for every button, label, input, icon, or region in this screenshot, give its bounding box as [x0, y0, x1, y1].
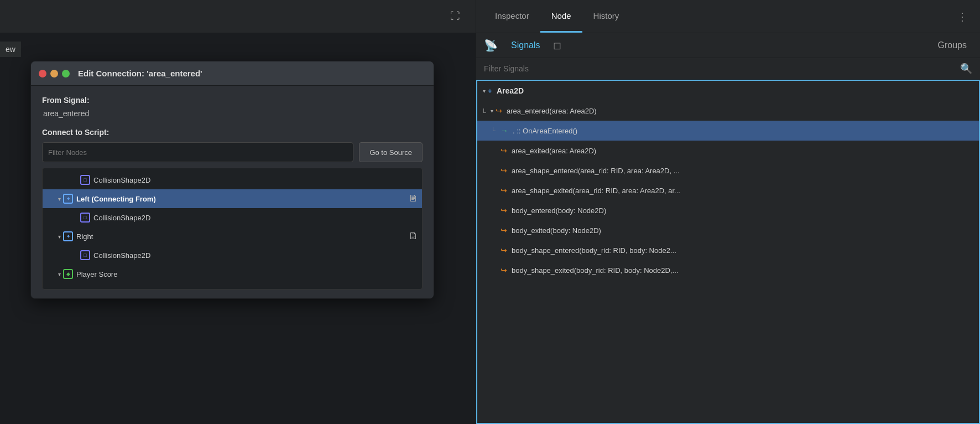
- tree-arrow: ▾: [58, 196, 61, 202]
- collision-icon: □: [80, 175, 90, 185]
- groups-tab-label[interactable]: Groups: [938, 40, 967, 50]
- view-label: ew: [0, 42, 21, 57]
- tab-history[interactable]: History: [582, 0, 630, 33]
- stree-item-body-exited[interactable]: ↪ body_exited(body: Node2D): [477, 220, 979, 240]
- stree-item-area-shape-exited[interactable]: ↪ area_shape_exited(area_rid: RID, area:…: [477, 180, 979, 200]
- stree-label: area_entered(area: Area2D): [507, 107, 597, 115]
- minimize-button[interactable]: [50, 70, 58, 77]
- tree-item[interactable]: □ CollisionShape2D: [43, 170, 422, 189]
- left-area: ew ⛶ Edit Connection: 'area_entered' Fro…: [0, 0, 476, 424]
- tree-item-label: Player Score: [76, 270, 117, 278]
- stree-label: body_shape_exited(body_rid: RID, body: N…: [512, 266, 678, 275]
- signal-icon: ↪: [501, 226, 507, 235]
- tree-item-player-score[interactable]: ▾ ◆ Player Score: [43, 265, 422, 283]
- stree-label: body_entered(body: Node2D): [512, 206, 606, 215]
- signal-tree: ▾ ⌖ Area2D L ▾ ↪ area_entered(area: Area…: [476, 80, 980, 424]
- green-node-icon: ◆: [63, 269, 73, 279]
- stree-label: body_shape_entered(body_rid: RID, body: …: [512, 246, 676, 255]
- panel-header: Inspector Node History ⋮: [476, 0, 980, 33]
- area2d-icon: ⌖: [63, 231, 73, 241]
- filter-signals-row: 🔍: [476, 58, 980, 80]
- tree-item-label: CollisionShape2D: [93, 214, 150, 222]
- stree-item-body-shape-exited[interactable]: ↪ body_shape_exited(body_rid: RID, body:…: [477, 260, 979, 280]
- connect-to-script-label: Connect to Script:: [42, 128, 423, 137]
- tree-item[interactable]: □ CollisionShape2D: [43, 208, 422, 227]
- from-signal-label: From Signal:: [42, 96, 423, 105]
- script-icon: 🖹: [409, 231, 418, 241]
- dots-menu-icon[interactable]: ⋮: [952, 10, 972, 23]
- filter-nodes-input[interactable]: [42, 142, 353, 162]
- groups-icon: ◻: [553, 39, 561, 51]
- right-panel: Inspector Node History ⋮ 📡 Signals ◻ Gro…: [476, 0, 980, 424]
- stree-item-area-shape-entered[interactable]: ↪ area_shape_entered(area_rid: RID, area…: [477, 161, 979, 180]
- tree-arrow: ▾: [58, 271, 61, 277]
- stree-label: body_exited(body: Node2D): [512, 226, 601, 235]
- goto-source-button[interactable]: Go to Source: [359, 142, 423, 162]
- stree-item-body-shape-entered[interactable]: ↪ body_shape_entered(body_rid: RID, body…: [477, 240, 979, 260]
- tree-item-label: Left (Connecting From): [76, 195, 156, 203]
- dialog-titlebar: Edit Connection: 'area_entered': [31, 61, 434, 86]
- expand-icon[interactable]: ⛶: [450, 11, 460, 22]
- tree-arrow: ▾: [58, 234, 61, 240]
- signal-icon: ↪: [501, 246, 507, 255]
- area2d-icon: ⌖: [63, 194, 73, 204]
- collision-icon: □: [80, 213, 90, 223]
- signal-icon: ↪: [501, 206, 507, 215]
- stree-label: area_shape_exited(area_rid: RID, area: A…: [512, 187, 680, 195]
- tree-item[interactable]: □ CollisionShape2D: [43, 246, 422, 265]
- search-icon[interactable]: 🔍: [960, 63, 972, 75]
- area2d-node-icon: ⌖: [488, 86, 492, 96]
- stree-item-body-entered[interactable]: ↪ body_entered(body: Node2D): [477, 200, 979, 220]
- rss-icon: 📡: [484, 39, 498, 52]
- stree-label: . :: OnAreaEntered(): [513, 127, 577, 135]
- signal-icon: ↪: [501, 186, 507, 195]
- handler-icon: →: [501, 126, 508, 135]
- tree-item-label: CollisionShape2D: [93, 251, 150, 260]
- stree-arrow: ▾: [483, 88, 486, 94]
- stree-item-area-entered[interactable]: L ▾ ↪ area_entered(area: Area2D): [477, 101, 979, 121]
- tab-node[interactable]: Node: [540, 0, 582, 33]
- stree-label: Area2D: [497, 86, 524, 95]
- node-tree: □ CollisionShape2D ▾ ⌖ Left (Connecting …: [42, 168, 423, 289]
- close-button[interactable]: [39, 70, 46, 77]
- stree-item-area2d[interactable]: ▾ ⌖ Area2D: [477, 81, 979, 101]
- edit-connection-dialog: Edit Connection: 'area_entered' From Sig…: [30, 61, 434, 299]
- tree-item-label: Right: [76, 232, 93, 241]
- signal-icon: ↪: [501, 146, 507, 155]
- maximize-button[interactable]: [62, 70, 70, 77]
- stree-label: area_shape_entered(area_rid: RID, area: …: [512, 167, 680, 175]
- signals-bar: 📡 Signals ◻ Groups: [476, 33, 980, 58]
- top-bar: ew ⛶: [0, 0, 476, 33]
- from-signal-value: area_entered: [42, 109, 423, 118]
- signal-icon: ↪: [496, 106, 502, 115]
- stree-item-area-exited[interactable]: ↪ area_exited(area: Area2D): [477, 141, 979, 161]
- tree-item-right[interactable]: ▾ ⌖ Right 🖹: [43, 227, 422, 246]
- filter-signals-input[interactable]: [484, 64, 960, 73]
- collision-icon: □: [80, 250, 90, 260]
- signal-icon: ↪: [501, 166, 507, 175]
- tree-item-left[interactable]: ▾ ⌖ Left (Connecting From) 🖹: [43, 189, 422, 208]
- stree-arrow: ▾: [491, 108, 493, 114]
- tree-item-label: CollisionShape2D: [93, 176, 150, 184]
- stree-label: area_exited(area: Area2D): [512, 147, 596, 155]
- signal-icon: ↪: [501, 266, 507, 275]
- script-icon: 🖹: [409, 194, 418, 204]
- stree-item-on-area-entered[interactable]: └ → . :: OnAreaEntered(): [477, 121, 979, 141]
- filter-row: Go to Source: [42, 142, 423, 162]
- dialog-body: From Signal: area_entered Connect to Scr…: [31, 86, 434, 298]
- signals-tab-label[interactable]: Signals: [511, 40, 540, 50]
- tab-inspector[interactable]: Inspector: [484, 0, 540, 33]
- dialog-title: Edit Connection: 'area_entered': [78, 69, 202, 78]
